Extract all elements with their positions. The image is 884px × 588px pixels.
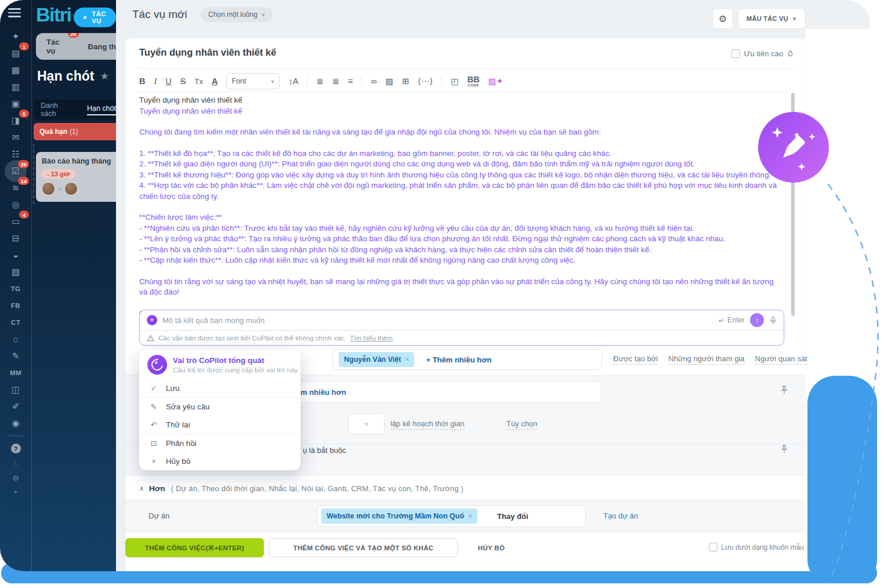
align-icon[interactable]: ≡ — [348, 77, 353, 86]
link-icon[interactable]: ∞ — [371, 77, 376, 86]
remove-icon[interactable]: × — [468, 512, 472, 520]
automation-icon[interactable]: ◒ — [4, 246, 27, 263]
insert-image-icon[interactable]: ▧ — [385, 77, 393, 86]
font-select[interactable]: Font∨ — [226, 73, 280, 89]
more-label[interactable]: Hơn — [149, 484, 165, 493]
menu-item-save[interactable]: ✓ Lưu — [139, 379, 300, 397]
project-chip[interactable]: Website mới cho Trường Mầm Non Quố× — [321, 509, 477, 524]
menu-item-retry[interactable]: ↶ Thử lại — [139, 416, 300, 434]
crm-icon[interactable]: ▭4 — [4, 213, 27, 230]
cancel-button[interactable]: HỦY BỎ — [471, 538, 512, 557]
sign-icon[interactable]: ✎ — [4, 347, 27, 364]
participant-link[interactable]: Được tạo bởi — [613, 354, 658, 365]
flows-icon[interactable]: ≋14 — [4, 179, 27, 196]
menu-item-feedback[interactable]: ⊡ Phản hồi — [139, 434, 300, 452]
task-description-editor[interactable]: Tuyển dụng nhân viên thiết kế Tuyển dụng… — [139, 95, 780, 319]
forms-icon[interactable]: ✐ — [4, 398, 27, 415]
bullet-list-icon[interactable]: ≣ — [332, 77, 339, 86]
code-icon[interactable]: ⟨⋯⟩ — [418, 77, 433, 86]
bbcode-icon[interactable]: BBCODE — [468, 75, 480, 88]
save-as-template-control[interactable]: Lưu dưới dạng khuôn mẫu — [709, 543, 804, 551]
rail-item-mm[interactable]: MM — [4, 364, 27, 381]
tab-in-progress[interactable]: Đang th — [88, 42, 116, 51]
flow-select[interactable]: Chọn một luồng ∨ — [201, 7, 273, 22]
assignee-chip[interactable]: Nguyễn Văn Việt× — [339, 352, 414, 367]
remove-icon[interactable]: × — [405, 355, 409, 364]
add-icon[interactable]: + — [4, 485, 27, 499]
text-color-icon[interactable]: A — [212, 77, 218, 86]
microphone-icon[interactable] — [769, 316, 777, 325]
send-button[interactable]: ↑ — [750, 313, 764, 327]
feed-icon[interactable]: ▤1 — [4, 45, 27, 61]
structure-icon[interactable]: ∴ — [4, 457, 27, 471]
priority-checkbox[interactable] — [731, 49, 740, 58]
italic-icon[interactable]: I — [154, 77, 157, 86]
add-task-and-create-another-button[interactable]: THÊM CÔNG VIỆC VÀ TẠO MỘT SỐ KHÁC — [269, 538, 458, 557]
copilot-prompt-input[interactable]: Mô tả kết quả bạn mong muốn — [162, 316, 713, 325]
insert-table-icon[interactable]: ⊞ — [402, 77, 409, 86]
add-more-link[interactable]: + Thêm nhiều hơn — [426, 355, 491, 364]
settings-button[interactable]: ⚙ — [712, 8, 733, 29]
avatar[interactable] — [64, 182, 78, 195]
project-field[interactable]: Website mới cho Trường Mầm Non Quố× Thay… — [317, 505, 586, 527]
help-icon[interactable]: ? — [4, 440, 27, 457]
options-link[interactable]: Tùy chọn — [506, 419, 537, 430]
task-title-input[interactable]: Tuyển dụng nhân viên thiết kế — [139, 47, 276, 58]
subtab-deadline[interactable]: Hạn chót — [87, 104, 116, 115]
kanban-task-card[interactable]: Báo cáo hàng tháng - 13 giờ > — [36, 152, 116, 202]
hamburger-menu-icon[interactable] — [8, 8, 21, 20]
task-template-button[interactable]: MẪU TÁC VỤ ∨ — [738, 8, 806, 29]
messenger-icon[interactable]: ◨5 — [4, 112, 27, 129]
font-size-icon[interactable]: ↕A — [288, 77, 298, 86]
market-icon[interactable]: ⊟ — [4, 230, 27, 246]
analytics-icon[interactable]: ◫ — [4, 381, 27, 398]
overdue-column-header[interactable]: Quá hạn(1) — [34, 123, 116, 140]
copilot-badge-icon[interactable] — [758, 112, 829, 183]
learn-more-link[interactable]: Tìm hiểu thêm — [350, 335, 393, 342]
rail-item-fb[interactable]: FB — [4, 297, 27, 314]
checklist-add-fragment[interactable]: m nhiều hơn — [300, 388, 346, 397]
copilot-prompt-row[interactable]: ✦ Mô tả kết quả bạn mong muốn ↵Enter ↑ — [140, 310, 784, 330]
pin-icon[interactable] — [781, 445, 788, 453]
chevron-down-icon: ∨ — [792, 16, 797, 21]
pin-icon[interactable] — [781, 386, 788, 394]
mail-icon[interactable]: ✉ — [4, 129, 27, 146]
change-project-link[interactable]: Thay đổi — [497, 512, 528, 521]
underline-icon[interactable]: U — [165, 77, 171, 86]
task-pill-button[interactable]: × TÁC VỤ — [74, 8, 116, 27]
subtab-list[interactable]: Danh sách — [41, 101, 74, 118]
add-task-button[interactable]: THÊM CÔNG VIỆC(⌘+ENTER) — [125, 538, 264, 557]
priority-control[interactable]: Ưu tiên cao — [731, 49, 794, 58]
menu-item-edit-request[interactable]: ✎ Sửa yêu cầu — [139, 398, 300, 416]
participant-link[interactable]: Những người tham gia — [668, 354, 744, 365]
updates-icon[interactable]: ◉ — [4, 415, 27, 431]
close-icon[interactable]: × — [83, 14, 87, 21]
calendar-icon[interactable]: ▦ — [4, 61, 27, 78]
fullscreen-icon[interactable]: ◰ — [451, 77, 459, 86]
assignee-field[interactable]: Nguyễn Văn Việt× + Thêm nhiều hơn — [332, 349, 602, 370]
tab-tasks[interactable]: Tác vụ 20 — [46, 38, 68, 55]
participant-link[interactable]: Người quan sát — [755, 354, 807, 365]
deadline-clear-button[interactable]: × — [348, 413, 385, 434]
clear-format-icon[interactable]: Tx — [194, 77, 202, 86]
settings-icon[interactable]: ⚙ — [4, 471, 27, 485]
documents-icon[interactable]: ▥ — [4, 78, 27, 95]
star-icon[interactable]: ★ — [100, 70, 108, 82]
rail-item-tg[interactable]: TG — [4, 280, 27, 297]
store-icon[interactable]: ⌂ — [4, 331, 27, 347]
more-options-list[interactable]: ( Dự án, Theo dõi thời gian, Nhắc lại, N… — [171, 484, 464, 493]
schedule-time-link[interactable]: lập kế hoạch thời gian — [390, 419, 465, 430]
more-options-row[interactable]: ∧ Hơn ( Dự án, Theo dõi thời gian, Nhắc … — [125, 477, 805, 500]
create-project-link[interactable]: Tạo dự án — [603, 511, 638, 520]
copilot-image-icon[interactable]: ▧✦ — [488, 77, 503, 86]
strikethrough-icon[interactable]: S — [180, 77, 186, 86]
copilot-avatar — [147, 355, 167, 375]
bold-icon[interactable]: B — [139, 77, 145, 86]
avatar[interactable] — [42, 182, 55, 195]
save-template-checkbox[interactable] — [709, 543, 718, 551]
warehouse-icon[interactable]: ▧ — [4, 263, 27, 280]
copilot-role-header[interactable]: Vai trò CoPilot tổng quát Câu trả lời đư… — [139, 350, 300, 379]
rail-item-ct[interactable]: CT — [4, 314, 27, 331]
numbered-list-icon[interactable]: ≣ — [316, 77, 323, 86]
menu-item-cancel[interactable]: × Hủy bỏ — [139, 452, 300, 470]
